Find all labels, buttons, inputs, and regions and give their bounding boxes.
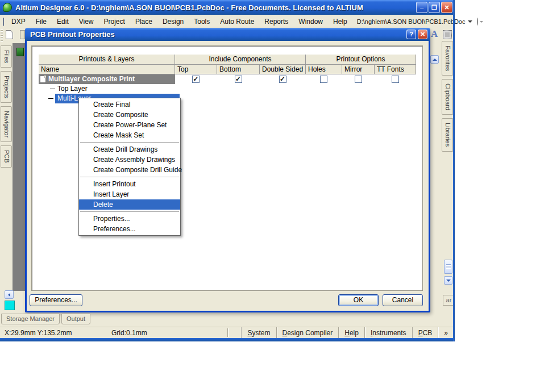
board-color-marker [5, 301, 15, 310]
navigate-back-dropdown-icon[interactable] [480, 21, 483, 23]
menubar-item-help[interactable]: Help [328, 16, 352, 27]
component-chip-icon[interactable] [443, 30, 452, 39]
menubar-item-edit[interactable]: Edit [52, 16, 74, 27]
table-row[interactable]: Top Layer [39, 84, 416, 94]
statusbar-button-pcb[interactable]: PCB [412, 327, 438, 339]
panel-grip [1, 30, 3, 42]
scrollbar-thumb[interactable] [444, 260, 452, 274]
column-header-bottom: Bottom [217, 65, 260, 74]
menubar-item-reports[interactable]: Reports [259, 16, 293, 27]
menu-bar: DXPFileEditViewProjectPlaceDesignToolsAu… [0, 15, 455, 28]
statusbar-button-help[interactable]: Help [338, 327, 364, 339]
text-tool-icon[interactable]: A [431, 28, 438, 40]
menubar-item-design[interactable]: Design [157, 16, 189, 27]
menu-separator [80, 142, 179, 143]
statusbar-buttons: SystemDesign CompilerHelpInstrumentsPCB» [241, 327, 454, 339]
group-header-include-components: Include Components [175, 55, 306, 65]
context-menu-item-insert-printout[interactable]: Insert Printout [79, 179, 180, 189]
menubar-item-file[interactable]: File [31, 16, 52, 27]
menubar-item-view[interactable]: View [74, 16, 99, 27]
status-bar: X:29.9mm Y:135.2mm Grid:0.1mm SystemDesi… [0, 327, 455, 338]
altium-app-icon [3, 3, 12, 12]
context-menu-item-create-power-plane-set[interactable]: Create Power-Plane Set [79, 120, 180, 130]
pcb-editor-area [13, 43, 25, 291]
column-header-mirror: Mirror [342, 65, 375, 74]
sidebar-tab-pcb[interactable]: PCB [1, 145, 12, 168]
context-menu-item-delete[interactable]: Delete [79, 199, 180, 210]
tab-storage-manager[interactable]: Storage Manager [1, 314, 60, 324]
cancel-button[interactable]: Cancel [383, 294, 423, 306]
context-menu: Create FinalCreate CompositeCreate Power… [78, 98, 181, 236]
layer-name: Top Layer [57, 85, 88, 93]
table-row[interactable]: Multilayer Composite Print✓✓✓ [39, 74, 416, 84]
menubar-item-place[interactable]: Place [130, 16, 157, 27]
context-menu-item-create-composite[interactable]: Create Composite [79, 110, 180, 120]
chevron-down-icon[interactable] [468, 20, 472, 23]
statusbar-divider [227, 328, 228, 337]
menubar-item-auto-route[interactable]: Auto Route [215, 16, 259, 27]
preferences-button[interactable]: Preferences... [30, 294, 82, 306]
menu-separator [80, 211, 179, 212]
sidebar-tab-clipboard[interactable]: Clipboard [442, 79, 453, 115]
restore-button[interactable]: ❐ [429, 2, 440, 13]
checkbox-top[interactable]: ✓ [192, 76, 200, 83]
dialog-help-button[interactable]: ? [406, 30, 416, 39]
context-menu-item-create-drill-drawings[interactable]: Create Drill Drawings [79, 144, 180, 155]
tab-output[interactable]: Output [61, 314, 90, 324]
document-selector[interactable]: D:\nghiem\A.SON BUOI\PCB1.PcbDoc [357, 18, 473, 25]
scroll-up-icon[interactable] [430, 55, 439, 64]
dialog-close-button[interactable]: ✕ [418, 30, 427, 39]
statusbar-button-system[interactable]: System [241, 327, 276, 339]
layer-dash-icon [50, 89, 55, 89]
layer-dash-icon [48, 98, 53, 99]
sidebar-tab-files[interactable]: Files [1, 45, 12, 68]
sidebar-tab-libraries[interactable]: Libraries [442, 118, 453, 151]
menubar-item-project[interactable]: Project [99, 16, 130, 27]
menubar-item-tools[interactable]: Tools [189, 16, 215, 27]
navigate-back-icon[interactable] [477, 18, 478, 26]
sidebar-tab-favorites[interactable]: Favorites [442, 41, 453, 76]
menu-separator [80, 177, 179, 177]
statusbar-button-design-compiler[interactable]: Design Compiler [276, 327, 339, 339]
altium-designer-window: Altium Designer 6.0 - D:\nghiem\A.SON BU… [0, 0, 455, 341]
statusbar-button-instruments[interactable]: Instruments [364, 327, 412, 339]
left-panel-tabs: FilesProjectsNavigatorPCB [1, 45, 12, 168]
checkbox-bottom[interactable]: ✓ [235, 76, 242, 83]
column-header-top: Top [175, 65, 217, 74]
context-menu-item-create-assembly-drawings[interactable]: Create Assembly Drawings [79, 155, 180, 165]
dialog-titlebar[interactable]: PCB Printout Properties ? ✕ [25, 28, 430, 41]
open-document-icon[interactable] [20, 30, 25, 39]
sidebar-tab-navigator[interactable]: Navigator [1, 106, 12, 142]
grid-setting: Grid:0.1mm [111, 329, 147, 337]
column-header-double-sided: Double Sided [260, 65, 306, 74]
menubar-item-window[interactable]: Window [293, 16, 328, 27]
group-header-printouts-layers: Printouts & Layers [39, 55, 175, 65]
printout-document-icon [40, 76, 46, 83]
minimize-button[interactable]: _ [416, 2, 427, 13]
sidebar-tab-projects[interactable]: Projects [1, 71, 12, 103]
checkbox-double-sided[interactable]: ✓ [279, 76, 286, 83]
scroll-down-icon[interactable] [444, 276, 452, 285]
context-menu-item-create-final[interactable]: Create Final [79, 99, 180, 110]
printout-name: Multilayer Composite Print [48, 75, 135, 83]
checkbox-mirror[interactable] [355, 76, 362, 83]
context-menu-item-create-composite-drill-guide[interactable]: Create Composite Drill Guide [79, 165, 180, 175]
context-menu-item-create-mask-set[interactable]: Create Mask Set [79, 130, 180, 140]
column-header-holes: Holes [306, 65, 342, 74]
scroll-left-icon[interactable] [5, 290, 14, 299]
context-menu-item-preferences[interactable]: Preferences... [79, 224, 180, 234]
context-menu-item-insert-layer[interactable]: Insert Layer [79, 189, 180, 199]
checkbox-tt-fonts[interactable] [392, 76, 399, 83]
new-document-icon[interactable] [6, 30, 13, 39]
dxp-icon[interactable] [3, 18, 4, 26]
window-titlebar: Altium Designer 6.0 - D:\nghiem\A.SON BU… [0, 0, 455, 15]
menubar-item-dxp[interactable]: DXP [6, 16, 31, 27]
column-header-name: Name [39, 65, 175, 74]
ok-button[interactable]: OK [338, 294, 379, 306]
document-selector-value: D:\nghiem\A.SON BUOI\PCB1.PcbDoc [357, 18, 466, 25]
close-button[interactable]: ✕ [441, 2, 452, 13]
checkbox-holes[interactable] [320, 76, 327, 83]
statusbar-button-more[interactable]: » [438, 327, 454, 339]
right-panel-tabs: FavoritesClipboardLibraries [442, 41, 453, 152]
context-menu-item-properties[interactable]: Properties... [79, 214, 180, 224]
